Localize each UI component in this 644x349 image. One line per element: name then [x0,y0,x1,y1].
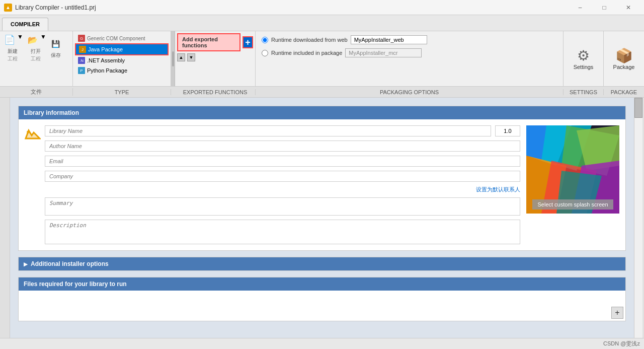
packaging-panel: Runtime downloaded from web Runtime incl… [256,31,564,86]
library-name-row [45,125,520,136]
type-list: G Generic COM Component J Java Package .… [75,33,169,76]
col-header-packaging: PACKAGING OPTIONS [256,89,564,95]
title-bar-left: ▲ Library Compiler - untitled1.prj [4,4,96,12]
add-file-button[interactable]: + [611,307,623,319]
files-content: + [19,291,625,321]
new-icon: 📄 [4,34,15,45]
python-icon: P [78,67,85,74]
file-toolbar: 📄 ▼ 新建 工程 📂 ▼ 打开 [0,33,72,64]
app-icon: ▲ [4,4,12,12]
save-icon: 💾 [51,40,60,48]
minimize-button[interactable]: – [569,0,592,15]
author-name-row [45,141,520,152]
window-title: Library Compiler - untitled1.prj [15,4,96,11]
files-section-header: Files required for your library to run [19,277,625,291]
splash-image[interactable]: Select custom splash screen [526,125,619,214]
library-info-section: Library information M [18,106,626,251]
description-textarea[interactable] [45,220,520,244]
new-button[interactable]: 📄 [2,33,17,47]
open-button[interactable]: 📂 [25,33,40,47]
exported-panel: Add exported functions + ▲ ▼ [175,31,256,86]
email-row [45,156,520,167]
toolbar: 📄 ▼ 新建 工程 📂 ▼ 打开 [0,31,644,87]
runtime-web-input[interactable] [351,35,427,44]
settings-panel: ⚙ Settings [564,31,604,86]
package-panel: 📦 Package [604,31,644,86]
title-bar: ▲ Library Compiler - untitled1.prj – □ ✕ [0,0,644,15]
additional-installer-header[interactable]: ▶ Additional installer options [19,257,625,270]
status-text: CSDN @雯浅z [603,340,640,347]
col-header-file: 文件 [0,88,73,96]
company-row [45,171,520,182]
runtime-package-input[interactable] [345,48,422,57]
open-icon: 📂 [28,35,38,45]
scroll-down-button[interactable]: ▼ [187,53,195,61]
runtime-web-row: Runtime downloaded from web [262,35,557,44]
type-java-package[interactable]: J Java Package [75,43,169,55]
panel-resize-handle[interactable] [171,31,175,86]
select-splash-button[interactable]: Select custom splash screen [532,199,613,210]
scroll-up-button[interactable]: ▲ [177,53,185,61]
exported-header: Add exported functions [177,33,240,51]
scrollbar-track[interactable] [634,98,642,338]
runtime-package-radio[interactable] [262,50,268,56]
summary-textarea[interactable] [45,197,520,216]
new-dropdown[interactable]: ▼ [17,33,23,47]
left-sidebar [0,98,10,338]
type-python-package[interactable]: P Python Package [75,65,169,76]
main-area: Library information M [0,98,644,338]
col-header-type: TYPE [73,89,171,95]
company-input[interactable] [45,171,520,182]
col-header-exported: EXPORTED FUNCTIONS [175,89,256,95]
type-net-assembly[interactable]: .N .NET Assembly [75,55,169,65]
column-headers: 文件 TYPE EXPORTED FUNCTIONS PACKAGING OPT… [0,87,644,98]
runtime-package-row: Runtime included in package [262,48,557,57]
tab-bar: COMPILER [0,15,644,31]
additional-installer-section: ▶ Additional installer options [18,257,626,271]
status-bar: CSDN @雯浅z [0,338,644,349]
library-info-content: M [19,119,625,250]
center-content: Library information M [10,98,634,338]
matlab-logo: M [25,125,41,142]
file-panel: 📄 ▼ 新建 工程 📂 ▼ 打开 [0,31,73,86]
package-icon[interactable]: 📦 [615,47,633,64]
window-controls[interactable]: – □ ✕ [569,0,640,15]
set-default-link[interactable]: 设置为默认联系人 [45,186,520,193]
splash-overlay: Select custom splash screen [526,125,619,214]
settings-gear-icon[interactable]: ⚙ [577,47,590,64]
files-section: Files required for your library to run + [18,277,626,321]
add-exported-button[interactable]: + [243,36,253,48]
maximize-button[interactable]: □ [593,0,616,15]
library-info-header: Library information [19,106,625,119]
email-input[interactable] [45,156,520,167]
open-dropdown[interactable]: ▼ [40,33,46,47]
col-header-package: PACKAGE [604,89,644,95]
version-input[interactable] [495,125,520,136]
generic-com-icon: G [78,35,85,42]
close-button[interactable]: ✕ [617,0,640,15]
author-name-input[interactable] [45,141,520,152]
description-row [45,220,520,244]
expand-arrow-icon: ▶ [24,261,28,267]
scrollbar-thumb[interactable] [634,98,642,118]
svg-text:M: M [27,130,30,134]
compiler-tab[interactable]: COMPILER [2,18,48,31]
save-button[interactable]: 💾 [48,37,63,51]
col-header-settings: SETTINGS [564,89,604,95]
right-sidebar [634,98,644,338]
runtime-web-radio[interactable] [262,37,268,43]
splash-area: Select custom splash screen [526,125,619,244]
type-generic-com[interactable]: G Generic COM Component [75,33,169,43]
java-icon: J [79,46,86,53]
library-form: 设置为默认联系人 [45,125,520,244]
summary-row [45,197,520,216]
net-icon: .N [78,57,85,64]
library-name-input[interactable] [45,125,491,136]
type-panel: G Generic COM Component J Java Package .… [73,31,171,86]
